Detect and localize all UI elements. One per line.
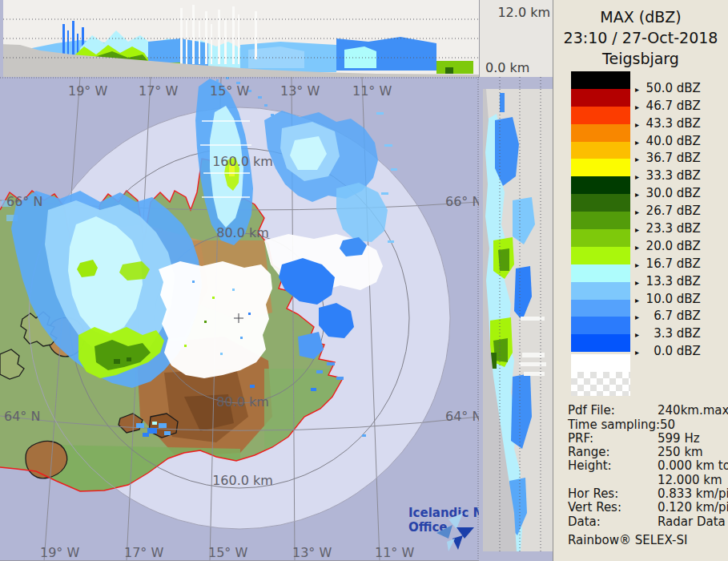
lon-label-top: 19° W <box>68 83 107 99</box>
scale-entry: ▸0.0 dBZ <box>571 334 630 352</box>
software-credit: Rainbow® SELEX-SI <box>568 533 728 547</box>
scale-color-swatch <box>571 264 630 282</box>
scale-tail <box>571 354 723 396</box>
boundary-arrow-icon: ▸ <box>635 225 643 234</box>
lon-label-bottom: 11° W <box>375 545 414 560</box>
horizontal-cross-section-panel <box>0 0 479 77</box>
dbz-color-scale: ▸50.0 dBZ ▸46.7 dBZ ▸43.3 dBZ ▸40.0 dBZ <box>571 71 723 352</box>
metadata-label: Time sampling: <box>568 418 660 432</box>
scale-color-swatch <box>571 142 630 159</box>
metadata-value: 12.000 km <box>658 474 722 487</box>
scale-entry: ▸30.0 dBZ <box>571 176 630 194</box>
boundary-arrow-icon: ▸ <box>635 190 643 199</box>
metadata-value: 0.000 km to <box>658 459 728 473</box>
lon-label-top: 15° W <box>210 83 249 99</box>
scale-boundary-label: ▸3.3 dBZ <box>635 326 701 341</box>
metadata-value: Radar Data <box>658 515 726 529</box>
metadata-row: Vert Res: 0.120 km/pixel <box>568 501 728 515</box>
scale-color-swatch <box>571 334 630 352</box>
scale-entry: ▸16.7 dBZ <box>571 247 630 264</box>
scale-boundary-label: ▸40.0 dBZ <box>635 134 701 148</box>
boundary-arrow-icon: ▸ <box>635 243 643 252</box>
scale-transparent-block <box>571 372 630 396</box>
lon-label-bottom: 17° W <box>124 545 163 560</box>
radar-application-window: 12.0 km 0.0 km <box>0 0 728 561</box>
ring-label-160-top: 160.0 km <box>212 154 273 169</box>
scale-color-swatch <box>571 229 630 247</box>
metadata-label: PRF: <box>568 432 658 446</box>
product-timestamp: 23:10 / 27-Oct-2018 <box>553 27 728 48</box>
metadata-value: 250 km <box>658 446 703 459</box>
metadata-value: 599 Hz <box>658 432 700 446</box>
scale-color-swatch <box>571 194 630 212</box>
scale-entry: ▸10.0 dBZ <box>571 282 630 300</box>
scale-boundary-label: ▸33.3 dBZ <box>635 168 701 183</box>
lat-label-right: 66° N <box>445 194 479 209</box>
imo-logo-text-line1: Icelandic Met <box>408 506 479 520</box>
vertical-cross-section-panel <box>479 77 553 561</box>
lat-label-left: 66° N <box>6 194 42 209</box>
scale-boundary-label: ▸20.0 dBZ <box>635 239 701 253</box>
metadata-label <box>568 474 658 487</box>
scale-entry: ▸23.3 dBZ <box>571 212 630 229</box>
scale-boundary-label: ▸16.7 dBZ <box>635 256 701 271</box>
boundary-arrow-icon: ▸ <box>635 103 643 111</box>
height-axis-max-label: 12.0 km <box>497 5 550 20</box>
scale-boundary-label: ▸36.7 dBZ <box>635 151 701 165</box>
lat-label-right: 64° N <box>445 409 479 424</box>
scale-entry: ▸46.7 dBZ <box>571 89 630 107</box>
product-title: MAX (dBZ) <box>553 6 728 27</box>
metadata-row: Time sampling: 50 <box>568 418 728 432</box>
scale-color-swatch <box>571 300 630 317</box>
scale-boundary-label: ▸43.3 dBZ <box>635 116 701 131</box>
lat-label-left: 64° N <box>4 409 40 424</box>
metadata-row: PRF: 599 Hz <box>568 432 728 446</box>
boundary-arrow-icon: ▸ <box>635 208 643 216</box>
metadata-row: Hor Res: 0.833 km/pixel <box>568 487 728 501</box>
metadata-row: Pdf File: 240km.max <box>568 404 728 418</box>
lon-label-top: 13° W <box>280 83 320 99</box>
metadata-row: 12.000 km <box>568 474 728 487</box>
metadata-value: 0.833 km/pixel <box>658 487 728 501</box>
radar-map-panel: 19° W 17° W 15° W 13° W 11° W 19° W 17° … <box>0 77 479 561</box>
scale-white-block <box>571 354 630 372</box>
lon-label-top: 11° W <box>352 83 392 99</box>
scale-color-swatch <box>571 71 630 89</box>
metadata-label: Data: <box>568 515 658 529</box>
scale-color-swatch <box>571 89 630 107</box>
boundary-arrow-icon: ▸ <box>635 260 643 269</box>
scale-entry: ▸43.3 dBZ <box>571 107 630 124</box>
boundary-arrow-icon: ▸ <box>635 296 643 305</box>
scale-boundary-label: ▸46.7 dBZ <box>635 99 701 113</box>
metadata-value: 50 <box>660 418 675 432</box>
scale-boundary-label: ▸13.3 dBZ <box>635 274 701 289</box>
scale-entry: ▸20.0 dBZ <box>571 229 630 247</box>
scale-color-swatch <box>571 282 630 300</box>
scale-entry: ▸13.3 dBZ <box>571 264 630 282</box>
lon-label-bottom: 15° W <box>208 545 247 560</box>
ring-label-80-top: 80.0 km <box>216 225 269 240</box>
boundary-arrow-icon: ▸ <box>635 278 643 287</box>
scale-boundary-label: ▸23.3 dBZ <box>635 221 701 236</box>
metadata-label: Height: <box>568 459 658 473</box>
boundary-arrow-icon: ▸ <box>635 120 643 129</box>
scale-color-swatch <box>571 212 630 229</box>
metadata-row: Height: 0.000 km to <box>568 459 728 473</box>
scale-entry: ▸33.3 dBZ <box>571 159 630 176</box>
scale-boundary-label: ▸10.0 dBZ <box>635 292 701 306</box>
legend-panel: MAX (dBZ) 23:10 / 27-Oct-2018 Teigsbjarg… <box>553 0 728 561</box>
scale-color-swatch <box>571 176 630 194</box>
lon-label-bottom: 13° W <box>292 545 332 560</box>
scale-boundary-label: ▸6.7 dBZ <box>635 309 701 323</box>
scale-boundary-label: ▸50.0 dBZ <box>635 81 701 95</box>
height-axis-min-label: 0.0 km <box>485 60 529 75</box>
scale-color-swatch <box>571 124 630 142</box>
metadata-label: Range: <box>568 446 658 459</box>
ring-label-80-bottom: 80.0 km <box>216 394 269 410</box>
metadata-label: Pdf File: <box>568 404 658 418</box>
scale-entry: ▸3.3 dBZ <box>571 317 630 334</box>
metadata-row: Range: 250 km <box>568 446 728 459</box>
scale-entry: ▸6.7 dBZ <box>571 300 630 317</box>
boundary-arrow-icon: ▸ <box>635 330 643 339</box>
metadata-value: 0.120 km/pixel <box>658 501 728 515</box>
